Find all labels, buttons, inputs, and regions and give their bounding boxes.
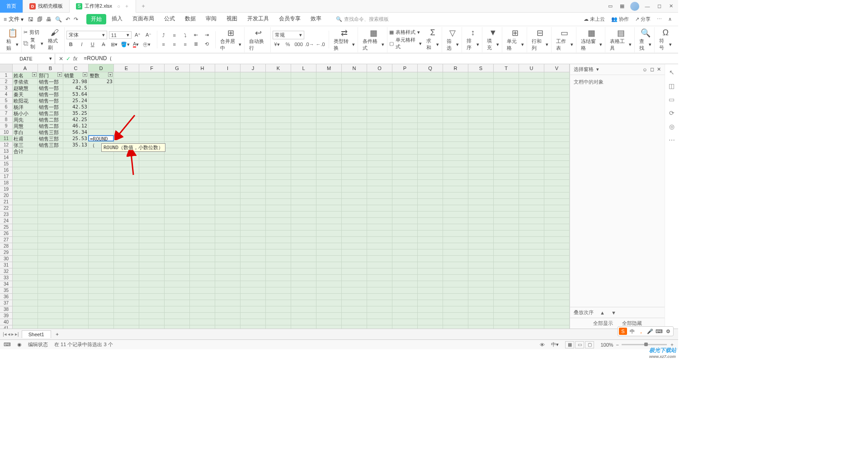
cell[interactable]: [139, 186, 165, 192]
cell[interactable]: [468, 104, 494, 110]
tab-home[interactable]: 首页: [0, 0, 23, 13]
cell[interactable]: [215, 199, 241, 205]
wrap-button[interactable]: 自动换行: [249, 38, 267, 52]
cell[interactable]: [544, 117, 570, 122]
cell[interactable]: [544, 237, 570, 243]
cell[interactable]: [494, 325, 519, 329]
cell[interactable]: [241, 117, 266, 122]
row-header[interactable]: 35: [0, 287, 12, 294]
font-name-combo[interactable]: 宋体▾: [66, 31, 107, 39]
cell[interactable]: [38, 180, 63, 186]
cell[interactable]: [13, 174, 38, 179]
cell[interactable]: [114, 230, 139, 236]
cell[interactable]: [89, 262, 114, 268]
cell[interactable]: [139, 230, 165, 236]
cell[interactable]: [342, 212, 367, 217]
row-header[interactable]: 18: [0, 180, 12, 186]
cell[interactable]: [190, 275, 215, 281]
cell[interactable]: [139, 123, 165, 129]
cell[interactable]: [89, 300, 114, 306]
cell[interactable]: [418, 136, 443, 141]
cell[interactable]: [241, 262, 266, 268]
cell[interactable]: [367, 249, 392, 255]
cell[interactable]: [190, 79, 215, 85]
cell[interactable]: [13, 186, 38, 192]
cell[interactable]: [291, 262, 316, 268]
cell[interactable]: [190, 110, 215, 116]
cell[interactable]: [215, 174, 241, 179]
cell[interactable]: [114, 249, 139, 255]
cell[interactable]: [190, 98, 215, 103]
align-center-icon[interactable]: ≡: [170, 40, 179, 48]
row-header[interactable]: 5: [0, 98, 12, 104]
cell[interactable]: [114, 243, 139, 249]
cell[interactable]: [89, 249, 114, 255]
cell[interactable]: [367, 91, 392, 97]
cell[interactable]: [165, 142, 190, 148]
cell[interactable]: [89, 281, 114, 287]
cell[interactable]: [519, 237, 544, 243]
filter-dropdown-icon[interactable]: ▾: [57, 72, 62, 77]
cell[interactable]: [241, 237, 266, 243]
cell[interactable]: [494, 155, 519, 160]
cell[interactable]: [89, 193, 114, 198]
add-sheet-icon[interactable]: ＋: [51, 331, 63, 338]
cell[interactable]: [494, 306, 519, 312]
cell[interactable]: [291, 110, 316, 116]
cell[interactable]: [443, 110, 468, 116]
table-tools-icon[interactable]: ▤: [617, 28, 625, 38]
cell[interactable]: [266, 212, 291, 217]
cell[interactable]: [392, 325, 418, 329]
cell[interactable]: [165, 275, 190, 281]
cell[interactable]: [342, 186, 367, 192]
zoom-slider[interactable]: [622, 344, 667, 345]
cell[interactable]: [38, 294, 63, 300]
col-header-A[interactable]: A: [13, 64, 38, 72]
cell[interactable]: [468, 205, 494, 211]
cell[interactable]: [291, 155, 316, 160]
cell[interactable]: [468, 148, 494, 154]
cell[interactable]: [241, 104, 266, 110]
cell[interactable]: 销售三部: [38, 129, 63, 135]
cell[interactable]: [316, 117, 342, 122]
cell[interactable]: [392, 287, 418, 293]
cell[interactable]: [13, 237, 38, 243]
style-tool-icon[interactable]: ◫: [669, 82, 675, 89]
cell[interactable]: [342, 180, 367, 186]
cell[interactable]: [494, 167, 519, 173]
cell[interactable]: 53.64: [63, 91, 89, 97]
cell[interactable]: [215, 287, 241, 293]
cell[interactable]: [165, 79, 190, 85]
cell[interactable]: [139, 256, 165, 262]
cell[interactable]: [291, 174, 316, 179]
cell[interactable]: [63, 148, 89, 154]
row-header[interactable]: 29: [0, 249, 12, 256]
cell[interactable]: [342, 110, 367, 116]
row-header[interactable]: 28: [0, 243, 12, 249]
cell[interactable]: [114, 237, 139, 243]
cell[interactable]: [215, 98, 241, 103]
cell[interactable]: [418, 287, 443, 293]
ribbon-tab-review[interactable]: 审阅: [201, 14, 221, 24]
cell[interactable]: [443, 256, 468, 262]
cell[interactable]: [291, 281, 316, 287]
cell[interactable]: [114, 199, 139, 205]
cell[interactable]: [367, 319, 392, 325]
cell[interactable]: [519, 123, 544, 129]
cell[interactable]: [342, 294, 367, 300]
cell[interactable]: [468, 212, 494, 217]
cell[interactable]: [443, 249, 468, 255]
cell[interactable]: [266, 180, 291, 186]
cell[interactable]: [443, 325, 468, 329]
cell[interactable]: [367, 104, 392, 110]
cell[interactable]: [63, 262, 89, 268]
input-mode-icon[interactable]: ⌨: [4, 342, 11, 348]
print-preview-icon[interactable]: 🔍: [55, 16, 62, 23]
cell[interactable]: [114, 224, 139, 230]
sum-button[interactable]: 求和▾: [426, 38, 439, 51]
cell[interactable]: [316, 199, 342, 205]
cell[interactable]: [215, 319, 241, 325]
col-header-U[interactable]: U: [519, 64, 544, 72]
cell[interactable]: [291, 148, 316, 154]
cell[interactable]: [443, 155, 468, 160]
